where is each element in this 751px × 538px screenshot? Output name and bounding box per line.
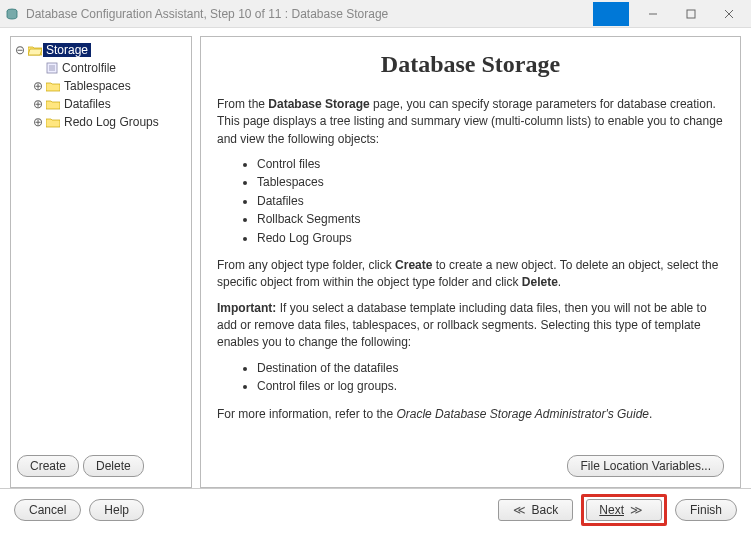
controlfile-icon <box>45 61 59 75</box>
next-highlight: Next ≫ <box>581 494 667 526</box>
next-button[interactable]: Next ≫ <box>586 499 662 521</box>
list-item: Redo Log Groups <box>257 230 724 247</box>
create-delete-paragraph: From any object type folder, click Creat… <box>217 257 724 292</box>
tree-panel: ⊖ Storage Controlfile ⊕ <box>10 36 192 488</box>
page-title: Database Storage <box>217 47 724 82</box>
tree-node-storage[interactable]: ⊖ Storage <box>13 41 189 59</box>
folder-icon <box>45 97 61 111</box>
app-icon <box>4 6 20 22</box>
bottom-bar: Cancel Help ≪ Back Next ≫ Finish <box>0 488 751 530</box>
expand-icon[interactable]: ⊕ <box>31 115 45 129</box>
next-label: Next <box>599 503 624 517</box>
minimize-button[interactable] <box>635 3 671 25</box>
delete-button[interactable]: Delete <box>83 455 144 477</box>
titlebar-text: Database Configuration Assistant, Step 1… <box>26 7 593 21</box>
window-controls <box>593 2 747 26</box>
tree-node-redolog[interactable]: ⊕ Redo Log Groups <box>31 113 189 131</box>
content-body: From the Database Storage page, you can … <box>217 96 724 447</box>
svg-rect-2 <box>687 10 695 18</box>
collapse-icon[interactable]: ⊖ <box>13 43 27 57</box>
file-location-variables-button[interactable]: File Location Variables... <box>567 455 724 477</box>
list-item: Destination of the datafiles <box>257 360 724 377</box>
back-button[interactable]: ≪ Back <box>498 499 574 521</box>
chevron-right-icon: ≫ <box>630 503 643 517</box>
help-button[interactable]: Help <box>89 499 144 521</box>
list-item: Tablespaces <box>257 174 724 191</box>
tree-label[interactable]: Datafiles <box>61 97 114 111</box>
titlebar: Database Configuration Assistant, Step 1… <box>0 0 751 28</box>
important-paragraph: Important: If you select a database temp… <box>217 300 724 352</box>
intro-paragraph: From the Database Storage page, you can … <box>217 96 724 148</box>
folder-icon <box>45 115 61 129</box>
tree-node-controlfile[interactable]: Controlfile <box>31 59 189 77</box>
tree-label[interactable]: Redo Log Groups <box>61 115 162 129</box>
create-button[interactable]: Create <box>17 455 79 477</box>
folder-icon <box>45 79 61 93</box>
folder-open-icon <box>27 43 43 57</box>
storage-tree[interactable]: ⊖ Storage Controlfile ⊕ <box>13 41 189 449</box>
tree-label[interactable]: Controlfile <box>59 61 119 75</box>
tree-label[interactable]: Tablespaces <box>61 79 134 93</box>
finish-button[interactable]: Finish <box>675 499 737 521</box>
more-info-paragraph: For more information, refer to the Oracl… <box>217 406 724 423</box>
content-panel: Database Storage From the Database Stora… <box>200 36 741 488</box>
back-label: Back <box>532 503 559 517</box>
objects-list: Control files Tablespaces Datafiles Roll… <box>257 156 724 247</box>
list-item: Datafiles <box>257 193 724 210</box>
close-button[interactable] <box>711 3 747 25</box>
expand-icon[interactable]: ⊕ <box>31 97 45 111</box>
tree-node-datafiles[interactable]: ⊕ Datafiles <box>31 95 189 113</box>
tree-node-tablespaces[interactable]: ⊕ Tablespaces <box>31 77 189 95</box>
taskbar-thumb-icon <box>593 2 629 26</box>
expand-icon[interactable]: ⊕ <box>31 79 45 93</box>
maximize-button[interactable] <box>673 3 709 25</box>
list-item: Rollback Segments <box>257 211 724 228</box>
list-item: Control files or log groups. <box>257 378 724 395</box>
template-list: Destination of the datafiles Control fil… <box>257 360 724 396</box>
chevron-left-icon: ≪ <box>513 503 526 517</box>
list-item: Control files <box>257 156 724 173</box>
cancel-button[interactable]: Cancel <box>14 499 81 521</box>
tree-label-storage[interactable]: Storage <box>43 43 91 57</box>
main-area: ⊖ Storage Controlfile ⊕ <box>0 28 751 488</box>
